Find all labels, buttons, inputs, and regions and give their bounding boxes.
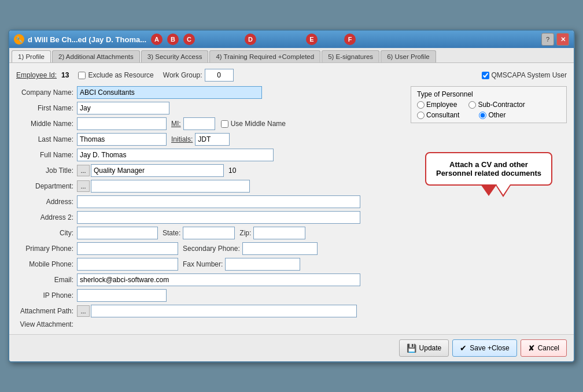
radio-sub-contractor-input[interactable] bbox=[468, 101, 476, 109]
middle-name-row: Middle Name: MI: Use Middle Name bbox=[16, 117, 405, 130]
save-close-button[interactable]: ✔ Save +Close bbox=[452, 339, 516, 357]
fax-number-input[interactable] bbox=[225, 258, 300, 271]
use-middle-name-group: Use Middle Name bbox=[221, 120, 286, 128]
bottom-buttons: 💾 Update ✔ Save +Close ✘ Cancel bbox=[9, 334, 574, 361]
tab-esignatures[interactable]: 5) E-signatures bbox=[322, 50, 379, 62]
radio-other-input[interactable] bbox=[479, 112, 486, 119]
first-name-row: First Name: Jay bbox=[16, 102, 405, 114]
company-name-input[interactable]: ABCI Consultants bbox=[77, 86, 262, 99]
state-label: State: bbox=[163, 229, 180, 237]
annotation-f: F bbox=[344, 34, 356, 45]
full-name-row: Full Name: Jay D. Thomas bbox=[16, 149, 405, 161]
mobile-fax-row: Mobile Phone: Fax Number: bbox=[16, 258, 405, 271]
attachment-path-browse-button[interactable]: ... bbox=[77, 305, 90, 317]
attachment-path-row: Attachment Path: ... bbox=[16, 305, 405, 317]
view-attachment-label: View Attachment: bbox=[16, 320, 77, 328]
first-name-input[interactable]: Jay bbox=[77, 102, 169, 114]
use-middle-name-checkbox[interactable] bbox=[221, 120, 228, 128]
tab-security[interactable]: 3) Security Access bbox=[141, 50, 209, 62]
view-attachment-row: View Attachment: bbox=[16, 320, 405, 328]
city-input[interactable] bbox=[77, 227, 158, 239]
cancel-label: Cancel bbox=[538, 344, 559, 352]
annotation-b: B bbox=[167, 34, 179, 45]
radio-consultant: Consultant bbox=[417, 111, 459, 119]
exclude-resource-group: Exclude as Resource bbox=[78, 71, 153, 79]
employee-id-label: Employee Id: bbox=[16, 71, 57, 79]
secondary-phone-input[interactable] bbox=[242, 242, 318, 255]
close-window-button[interactable]: ✕ bbox=[556, 33, 569, 46]
email-row: Email: sherlock@abci-software.com bbox=[16, 273, 405, 286]
address2-row: Address 2: bbox=[16, 211, 405, 224]
last-name-input[interactable]: Thomas bbox=[77, 133, 167, 146]
attachment-path-input[interactable] bbox=[91, 305, 357, 317]
job-title-input[interactable]: Quality Manager bbox=[91, 164, 224, 177]
last-name-label: Last Name: bbox=[16, 135, 77, 143]
tab-profile[interactable]: 1) Profile bbox=[12, 50, 51, 62]
address-input[interactable] bbox=[77, 195, 360, 208]
department-label: Department: bbox=[16, 182, 77, 190]
qms-capa-group: QMSCAPA System User bbox=[482, 71, 567, 79]
update-label: Update bbox=[419, 344, 442, 352]
zip-input[interactable] bbox=[253, 227, 305, 239]
work-group-input[interactable]: 0 bbox=[205, 69, 234, 82]
ip-phone-input[interactable] bbox=[77, 289, 167, 302]
email-label: Email: bbox=[16, 276, 77, 284]
work-group-label: Work Group: bbox=[163, 71, 202, 79]
radio-consultant-input[interactable] bbox=[417, 112, 425, 119]
department-row: Department: ... bbox=[16, 180, 405, 193]
primary-phone-input[interactable] bbox=[77, 242, 178, 255]
radio-sub-contractor: Sub-Contractor bbox=[468, 101, 525, 109]
qms-capa-label: QMSCAPA System User bbox=[492, 71, 567, 79]
radio-sub-contractor-label: Sub-Contractor bbox=[478, 101, 525, 109]
annotation-e: E bbox=[306, 34, 318, 45]
state-input[interactable] bbox=[183, 227, 235, 239]
address2-input[interactable] bbox=[77, 211, 360, 224]
email-input[interactable]: sherlock@abci-software.com bbox=[77, 273, 360, 286]
tab-attachments[interactable]: 2) Additional Attachments bbox=[52, 50, 140, 62]
first-name-label: First Name: bbox=[16, 104, 77, 112]
mobile-phone-input[interactable] bbox=[77, 258, 178, 271]
employee-id-value: 13 bbox=[61, 71, 69, 79]
qms-capa-checkbox[interactable] bbox=[482, 72, 489, 79]
form-rows: Company Name: ABCI Consultants First Nam… bbox=[16, 86, 405, 328]
callout-text: Attach a CV and other Personnel related … bbox=[436, 160, 541, 177]
attachment-path-label: Attachment Path: bbox=[16, 307, 77, 315]
right-section: Type of Personnel Employee Sub-Contracto… bbox=[411, 86, 567, 328]
annotation-d: D bbox=[245, 34, 256, 45]
full-name-input[interactable]: Jay D. Thomas bbox=[77, 149, 274, 161]
exclude-resource-label: Exclude as Resource bbox=[88, 71, 153, 79]
radio-row-2: Consultant Other bbox=[417, 111, 560, 119]
radio-other: Other bbox=[479, 111, 505, 119]
ip-phone-row: IP Phone: bbox=[16, 289, 405, 302]
middle-name-input[interactable] bbox=[77, 117, 167, 130]
radio-employee-input[interactable] bbox=[417, 101, 425, 109]
mi-input[interactable] bbox=[183, 117, 215, 130]
address-label: Address: bbox=[16, 198, 77, 206]
main-layout: Company Name: ABCI Consultants First Nam… bbox=[16, 86, 567, 328]
tab-training[interactable]: 4) Training Required +Completed bbox=[209, 50, 320, 62]
job-title-row: Job Title: ... Quality Manager 10 bbox=[16, 164, 405, 177]
tab-user-profile[interactable]: 6) User Profile bbox=[381, 50, 436, 62]
update-button[interactable]: 💾 Update bbox=[399, 339, 449, 357]
callout-container: Attach a CV and other Personnel related … bbox=[411, 140, 567, 186]
city-state-zip-row: City: State: Zip: bbox=[16, 227, 405, 239]
help-button[interactable]: ? bbox=[541, 33, 554, 46]
department-browse-button[interactable]: ... bbox=[77, 180, 90, 192]
exclude-resource-checkbox[interactable] bbox=[78, 72, 86, 79]
title-bar-left: 🔧 d Will Be Ch...ed (Jay D. Thoma... A B… bbox=[14, 34, 356, 45]
primary-phone-label: Primary Phone: bbox=[16, 245, 77, 253]
annotation-c: C bbox=[183, 34, 195, 45]
main-window: 🔧 d Will Be Ch...ed (Jay D. Thoma... A B… bbox=[8, 29, 575, 363]
type-of-personnel-title: Type of Personnel bbox=[417, 90, 560, 98]
work-group-group: Work Group: 0 bbox=[163, 69, 234, 82]
cancel-button[interactable]: ✘ Cancel bbox=[521, 339, 567, 357]
tabs-bar: 1) Profile 2) Additional Attachments 3) … bbox=[9, 48, 574, 63]
job-title-browse-button[interactable]: ... bbox=[77, 165, 90, 176]
callout-box: Attach a CV and other Personnel related … bbox=[425, 152, 552, 186]
save-icon: ✔ bbox=[460, 343, 467, 353]
department-input[interactable] bbox=[91, 180, 250, 193]
initials-input[interactable]: JDT bbox=[195, 133, 230, 146]
radio-employee-label: Employee bbox=[426, 101, 457, 109]
mi-label: MI: bbox=[171, 120, 181, 128]
annotation-a: A bbox=[151, 34, 163, 45]
